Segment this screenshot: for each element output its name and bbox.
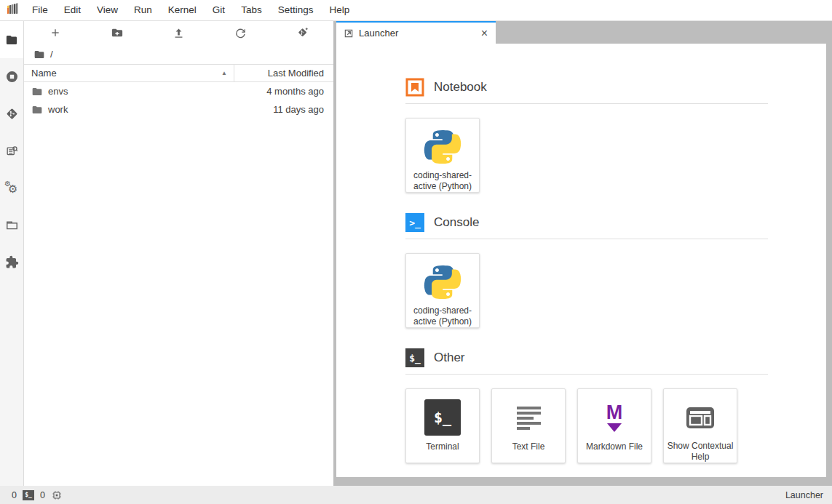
- card-label: Terminal: [406, 441, 479, 452]
- app-logo[interactable]: [0, 3, 24, 17]
- sort-ascending-icon: ▲: [221, 70, 227, 76]
- tab-bar: Launcher ×: [336, 21, 832, 44]
- menu-git[interactable]: Git: [205, 0, 233, 20]
- console-cards: coding-shared-active (Python): [405, 253, 768, 328]
- column-header-modified[interactable]: Last Modified: [234, 68, 333, 79]
- contextual-help-icon: [681, 397, 719, 437]
- sidebar-item-inspector[interactable]: [0, 132, 23, 169]
- folder-icon: [31, 104, 43, 116]
- file-list-header: Name ▲ Last Modified: [24, 64, 333, 82]
- file-modified: 4 months ago: [266, 86, 333, 97]
- terminal-icon: $_: [405, 348, 424, 367]
- main-region: ⚙⚙: [0, 21, 832, 486]
- file-modified: 11 days ago: [273, 104, 333, 115]
- sidebar-item-git[interactable]: [0, 95, 23, 132]
- card-label: Show Contextual Help: [664, 441, 737, 463]
- file-name: envs: [48, 86, 68, 97]
- folder-icon: [31, 86, 43, 97]
- git-icon: [5, 107, 19, 121]
- launcher-card-notebook-python[interactable]: coding-shared-active (Python): [405, 118, 480, 193]
- card-label: Markdown File: [578, 441, 651, 452]
- menu-help[interactable]: Help: [321, 0, 357, 20]
- card-label: coding-shared-active (Python): [406, 170, 479, 192]
- menu-settings[interactable]: Settings: [270, 0, 322, 20]
- section-title: Notebook: [434, 80, 487, 95]
- section-notebook: Notebook coding-shared-active (Python): [405, 78, 768, 193]
- gears-icon: ⚙⚙: [4, 181, 19, 196]
- section-console: >_ Console coding-shared-active (Pyth: [405, 213, 768, 328]
- section-console-header: >_ Console: [405, 213, 768, 239]
- upload-button[interactable]: [148, 21, 210, 44]
- stop-circle-icon: [5, 70, 19, 84]
- menu-view[interactable]: View: [89, 0, 126, 20]
- dock-panel: Launcher × Notebook: [333, 21, 832, 486]
- launcher-card-text-file[interactable]: Text File: [491, 388, 566, 463]
- status-bar: 0 $_ 0 Launcher: [0, 486, 832, 504]
- file-name: work: [48, 104, 68, 115]
- launcher-card-terminal[interactable]: $_ Terminal: [405, 388, 480, 463]
- menu-edit[interactable]: Edit: [56, 0, 89, 20]
- tab-launcher-label: Launcher: [359, 28, 474, 39]
- launcher-card-markdown-file[interactable]: M Markdown File: [577, 388, 651, 463]
- git-clone-button[interactable]: [272, 21, 333, 44]
- section-title: Other: [434, 351, 465, 365]
- kernel-chip-icon[interactable]: [51, 489, 63, 501]
- puzzle-icon: [5, 255, 19, 269]
- menu-bar: File Edit View Run Kernel Git Tabs Setti…: [0, 0, 832, 21]
- notebook-icon: [405, 78, 424, 97]
- launcher-panel: Notebook coding-shared-active (Python): [336, 44, 826, 477]
- terminal-icon: $_: [424, 399, 461, 436]
- file-browser-panel: / Name ▲ Last Modified envs 4 months ago: [24, 21, 333, 486]
- breadcrumb-root[interactable]: /: [50, 49, 53, 60]
- refresh-button[interactable]: [210, 21, 272, 44]
- menu-run[interactable]: Run: [126, 0, 160, 20]
- sidebar-item-open-tabs[interactable]: [0, 207, 23, 244]
- tab-launcher[interactable]: Launcher ×: [336, 21, 496, 44]
- name-column-label: Name: [31, 68, 57, 79]
- text-file-icon: [510, 397, 547, 438]
- section-other-header: $_ Other: [405, 348, 768, 375]
- python-logo-icon: [423, 262, 462, 302]
- jupyterlab-app: File Edit View Run Kernel Git Tabs Setti…: [0, 0, 832, 504]
- terminal-status-icon[interactable]: $_: [23, 490, 34, 500]
- breadcrumb: /: [24, 44, 333, 64]
- python-logo-icon: [423, 127, 462, 167]
- home-folder-icon[interactable]: [33, 49, 45, 60]
- sidebar-item-file-browser[interactable]: [0, 21, 23, 58]
- console-icon: >_: [405, 213, 424, 232]
- sidebar-item-property-inspector[interactable]: ⚙⚙: [0, 169, 23, 207]
- kernels-count[interactable]: 0: [40, 490, 45, 500]
- file-row-work[interactable]: work 11 days ago: [24, 100, 333, 119]
- current-activity-label: Launcher: [785, 490, 823, 500]
- other-cards: $_ Terminal: [405, 388, 768, 463]
- new-launcher-button[interactable]: [24, 21, 86, 44]
- section-title: Console: [434, 215, 479, 230]
- activity-sidebar: ⚙⚙: [0, 21, 24, 486]
- menu-kernel[interactable]: Kernel: [160, 0, 205, 20]
- card-label: coding-shared-active (Python): [406, 305, 479, 327]
- notebook-cards: coding-shared-active (Python): [405, 118, 768, 193]
- markdown-icon: M: [606, 403, 623, 433]
- app-logo-icon: [5, 3, 20, 17]
- menu-tabs[interactable]: Tabs: [233, 0, 270, 20]
- launcher-icon: [344, 28, 354, 39]
- file-browser-toolbar: [24, 21, 333, 44]
- section-other: $_ Other $_ Terminal: [405, 348, 768, 463]
- card-label: Text File: [492, 441, 565, 452]
- launcher-card-console-python[interactable]: coding-shared-active (Python): [405, 253, 480, 328]
- terminals-count[interactable]: 0: [12, 490, 17, 500]
- file-row-envs[interactable]: envs 4 months ago: [24, 82, 333, 100]
- section-notebook-header: Notebook: [405, 78, 768, 104]
- new-folder-button[interactable]: [86, 21, 148, 44]
- open-tabs-icon: [5, 218, 19, 232]
- list-search-icon: [5, 144, 19, 158]
- column-header-name[interactable]: Name ▲: [24, 65, 234, 81]
- launcher-card-contextual-help[interactable]: Show Contextual Help: [663, 388, 737, 463]
- menu-file[interactable]: File: [24, 0, 56, 20]
- sidebar-item-extensions[interactable]: [0, 244, 23, 281]
- close-icon[interactable]: ×: [479, 28, 490, 39]
- sidebar-item-running-sessions[interactable]: [0, 58, 23, 95]
- folder-icon: [5, 33, 18, 47]
